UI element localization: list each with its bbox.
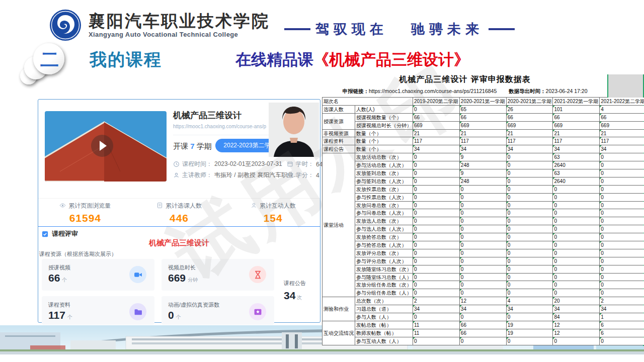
- table-cell: 63: [553, 169, 600, 177]
- section-title: 我的课程: [90, 48, 162, 71]
- table-cell: 0: [600, 193, 644, 201]
- table-cell: 0: [413, 273, 460, 281]
- table-cell: 0: [413, 161, 460, 169]
- table-row: 发放签到总数（次）0906301331: [323, 169, 644, 177]
- table-cell: 669: [600, 121, 644, 129]
- table-cell: 0: [506, 257, 553, 265]
- table-cell: 0: [459, 289, 506, 297]
- table-corner: 期次名: [323, 98, 413, 106]
- play-button-icon[interactable]: [91, 135, 113, 157]
- table-cell: 0: [413, 313, 460, 321]
- row-label: 发放活动总数（次）: [355, 153, 413, 161]
- table-cell: 0: [413, 105, 460, 113]
- row-group-label: 测验和作业: [323, 297, 355, 321]
- row-group-label: 授课资源: [323, 113, 355, 129]
- slogan-dash-left: [284, 28, 310, 30]
- table-row: 发放分组任务总数（次）0000000: [323, 281, 644, 289]
- announcement-value: 34次: [284, 290, 317, 302]
- table-cell: 0: [600, 233, 644, 241]
- table-row: 参与分组任务总数（人）0000000: [323, 289, 644, 297]
- table-cell: 0: [413, 209, 460, 217]
- table-cell: 0: [553, 201, 600, 209]
- table-cell: 4: [506, 297, 553, 305]
- table-cell: 669: [413, 121, 460, 129]
- table-cell: 0: [553, 225, 600, 233]
- table-row: 参与评分总数（人次）0000000: [323, 257, 644, 265]
- table-row: 参与投票总数（人次）0000000: [323, 193, 644, 201]
- course-time-value: 2023-02-01至2023-07-31: [214, 160, 282, 168]
- metric-label: 课程资料: [48, 301, 70, 309]
- course-headline: 在线精品课《机械产品三维设计》: [235, 49, 469, 70]
- table-cell: 0: [506, 241, 553, 249]
- sheet-title: 机械产品三维设计 评审申报数据表: [322, 74, 608, 85]
- table-cell: 21: [600, 129, 644, 137]
- table-cell: 34: [506, 305, 553, 313]
- table-cell: 0: [413, 257, 460, 265]
- table-cell: 0: [506, 249, 553, 257]
- course-teacher-row: 主讲教师： 韦振玲 / 副教授 襄阳汽车职业...: [173, 171, 298, 179]
- college-logo-icon: [49, 9, 82, 41]
- row-label: 人数(人): [355, 105, 413, 113]
- row-label: 参与评分总数（人次）: [355, 257, 413, 265]
- table-cell: 0: [600, 241, 644, 249]
- table-cell: 0: [600, 281, 644, 289]
- course-stats-row: 累计页面浏览量 61594 累计选课人数 446 累计互动人数 154: [38, 198, 320, 228]
- table-cell: 117: [413, 137, 460, 145]
- metric-label: 授课视频: [48, 264, 70, 272]
- table-row: 发放问卷总数（次）0000000: [323, 201, 644, 209]
- table-cell: 0: [600, 153, 644, 161]
- table-cell: 0: [600, 177, 644, 185]
- table-cell: 12: [553, 329, 600, 337]
- resource-note: 课程资源（根据所选期次展示）: [39, 250, 117, 258]
- table-row: 发放选人总数（次）0000000: [323, 217, 644, 225]
- slogan-text-right: 驰骋未来: [411, 20, 484, 38]
- row-label: 总次数（次）: [355, 297, 413, 305]
- course-url[interactable]: https://mooc1.chaoxing.com/course-ans/ps…: [173, 124, 266, 129]
- table-cell: 0: [553, 289, 600, 297]
- row-label: 数量（个）: [355, 129, 413, 137]
- metric-value: 669分钟: [168, 272, 198, 284]
- enroll-icon: [156, 202, 163, 210]
- course-card: 机械产品三维设计 https://mooc1.chaoxing.com/cour…: [38, 99, 320, 323]
- table-cell: 0: [459, 225, 506, 233]
- table-row: 习题总数（道）34343434343434: [323, 305, 644, 313]
- table-row: 参与随堂练习总数（人）0000000: [323, 273, 644, 281]
- stat-label: 累计互动人数: [260, 202, 296, 210]
- table-cell: 0: [459, 233, 506, 241]
- table-row: 发放抢答总数（次）0000000: [323, 233, 644, 241]
- stat-item: 累计页面浏览量 61594: [38, 199, 132, 228]
- table-cell: 84: [553, 313, 600, 321]
- table-cell: 0: [506, 233, 553, 241]
- table-cell: 0: [553, 265, 600, 273]
- table-cell: 6: [600, 329, 644, 337]
- table-cell: 0: [600, 249, 644, 257]
- table-cell: 0: [553, 217, 600, 225]
- college-name-cn: 襄阳汽车职业技术学院: [89, 13, 270, 30]
- row-label: 数量（个）: [355, 145, 413, 153]
- table-row: 选课人数人数(人)06526101470180: [323, 105, 644, 113]
- table-cell: 66: [459, 329, 506, 337]
- table-cell: 0: [413, 289, 460, 297]
- table-cell: 117: [459, 137, 506, 145]
- table-cell: 34: [600, 305, 644, 313]
- table-row: 参与签到总数（人次）02480264003301287: [323, 177, 644, 185]
- table-cell: 0: [553, 273, 600, 281]
- row-label: 发放评分总数（次）: [355, 249, 413, 257]
- table-cell: 0: [506, 337, 553, 345]
- row-label: 参与活动总数（人次）: [355, 161, 413, 169]
- table-cell: 0: [600, 209, 644, 217]
- table-cell: 0: [600, 289, 644, 297]
- stat-label: 累计选课人数: [166, 202, 202, 210]
- row-label: 授课视频总时长（分钟）: [355, 121, 413, 129]
- table-cell: 0: [506, 289, 553, 297]
- column-header: 2021-2022第二学期: [600, 98, 644, 106]
- sheet-link[interactable]: https://mooc1.chaoxing.com/course-ans/ps…: [369, 88, 497, 94]
- row-label: 参与随堂练习总数（人）: [355, 273, 413, 281]
- table-cell: 0: [459, 193, 506, 201]
- row-label: 发放分组任务总数（次）: [355, 281, 413, 289]
- table-cell: 0: [553, 281, 600, 289]
- table-cell: 34: [459, 305, 506, 313]
- row-label: 发放随堂练习总数（次）: [355, 265, 413, 273]
- stat-item: 累计选课人数 446: [132, 199, 226, 228]
- review-section-header: 课程评审: [41, 229, 78, 238]
